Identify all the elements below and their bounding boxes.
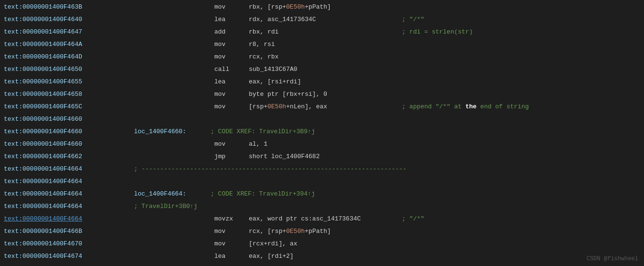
operands: sub_1413C67A0 [249,63,402,76]
mnemonic: mov [211,101,249,113]
offset: 0E50h [286,228,305,235]
address: text:00000001400F4664 [0,188,134,200]
table-row: text:00000001400F4658movbyte ptr [rbx+rs… [0,88,644,101]
address: text:00000001400F4664 [0,175,134,188]
address: text:00000001400F4664 [0,213,134,225]
operands: short loc_1400F4682 [249,150,402,163]
operands: rcx, rbx [249,51,402,63]
code-view: text:00000001400F463Bmovrbx, [rsp+0E50h+… [0,0,644,266]
table-row: text:00000001400F4660 [0,113,644,126]
table-row: text:00000001400F4640leardx, asc_1417363… [0,13,644,26]
mnemonic: mov [211,1,249,13]
table-row: text:00000001400F4664; -----------------… [0,163,644,175]
comment: ; --------------------------------------… [134,163,407,175]
mnemonic: mov [211,51,249,63]
table-row: text:00000001400F4664 [0,175,644,188]
table-row: text:00000001400F4647addrbx, rdi; rdi = … [0,26,644,38]
address: text:00000001400F4658 [0,88,134,101]
mnemonic: lea [211,250,249,263]
label: loc_1400F4660: [134,126,211,138]
address: text:00000001400F465C [0,101,134,113]
table-row: text:00000001400F4660loc_1400F4660:; COD… [0,126,644,138]
operands: rbx, [rsp+0E50h+pPath] [249,1,402,13]
address: text:00000001400F4655 [0,76,134,88]
table-row: text:00000001400F4674leaeax, [rdi+2] [0,250,644,263]
address: text:00000001400F4660 [0,113,134,126]
comment: ; rdi = strlen(str) [402,26,473,38]
address: text:00000001400F4660 [0,138,134,150]
operands: eax, [rdi+2] [249,250,402,263]
comment: ; "/*" [402,213,424,225]
table-row: text:00000001400F4664movzxeax, word ptr … [0,213,644,225]
operands: rdx, asc_14173634C [249,13,402,26]
table-row: text:00000001400F4664loc_1400F4664:; COD… [0,188,644,200]
label: loc_1400F4664: [134,188,211,200]
table-row: text:00000001400F4655leaeax, [rsi+rdi] [0,76,644,88]
operands: r8, rsi [249,38,402,51]
offset: 0E50h [286,3,305,11]
watermark: CSDN @fishwheel [587,255,638,262]
operands: [rsp+0E50h+nLen], eax [249,101,402,113]
offset: 0E50h [267,103,286,110]
address: text:00000001400F4674 [0,250,134,263]
mnemonic: jmp [211,150,249,163]
table-row: text:00000001400F463Bmovrbx, [rsp+0E50h+… [0,1,644,13]
address: text:00000001400F4664 [0,200,134,213]
operands: rbx, rdi [249,26,402,38]
address: text:00000001400F464A [0,38,134,51]
operands: [rcx+rdi], ax [249,238,402,250]
address: text:00000001400F4640 [0,13,134,26]
comment: ; "/*" [402,13,424,26]
table-row: text:00000001400F4650callsub_1413C67A0 [0,63,644,76]
table-row: text:00000001400F4670mov[rcx+rdi], ax [0,238,644,250]
mnemonic: mov [211,88,249,101]
mnemonic: movzx [211,213,249,225]
operands: rcx, [rsp+0E50h+pPath] [249,225,402,238]
comment: ; CODE XREF: TravelDir+3B9↑j [211,126,315,138]
table-row: text:00000001400F4660moval, 1 [0,138,644,150]
address: text:00000001400F4650 [0,63,134,76]
mnemonic: mov [211,225,249,238]
address: text:00000001400F4662 [0,150,134,163]
comment: ; append "/*" at the end of string [402,101,529,113]
table-row: text:00000001400F464Dmovrcx, rbx [0,51,644,63]
table-row: text:00000001400F4662jmpshort loc_1400F4… [0,150,644,163]
address: text:00000001400F466B [0,225,134,238]
address: text:00000001400F4670 [0,238,134,250]
mnemonic: lea [211,13,249,26]
operands: eax, [rsi+rdi] [249,76,402,88]
table-row: text:00000001400F465Cmov[rsp+0E50h+nLen]… [0,101,644,113]
operands: byte ptr [rbx+rsi], 0 [249,88,402,101]
mnemonic: mov [211,38,249,51]
mnemonic: mov [211,238,249,250]
mnemonic: mov [211,138,249,150]
address: text:00000001400F4647 [0,26,134,38]
mnemonic: call [211,63,249,76]
operands: al, 1 [249,138,402,150]
table-row: text:00000001400F4664; TravelDir+3B0↑j [0,200,644,213]
table-row: text:00000001400F466Bmovrcx, [rsp+0E50h+… [0,225,644,238]
address: text:00000001400F464D [0,51,134,63]
table-row: text:00000001400F464Amovr8, rsi [0,38,644,51]
address: text:00000001400F4660 [0,126,134,138]
comment: ; CODE XREF: TravelDir+394↑j [211,188,315,200]
the-highlight: the [466,103,477,110]
mnemonic: lea [211,76,249,88]
comment: ; TravelDir+3B0↑j [134,200,198,213]
mnemonic: add [211,26,249,38]
address: text:00000001400F4664 [0,163,134,175]
address: text:00000001400F463B [0,1,134,13]
operands: eax, word ptr cs:asc_14173634C [249,213,402,225]
